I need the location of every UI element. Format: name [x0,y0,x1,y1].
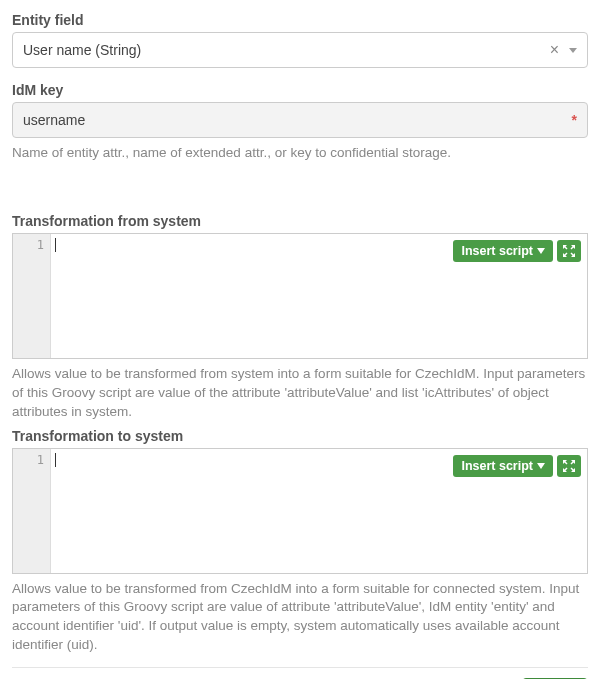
chevron-down-icon[interactable] [569,48,577,53]
expand-icon [563,460,575,472]
clear-icon[interactable]: × [544,41,565,59]
entity-field-label: Entity field [12,12,588,28]
entity-field-group: Entity field User name (String) × [12,12,588,68]
cursor-icon [55,453,56,467]
insert-script-label: Insert script [461,459,533,473]
cursor-icon [55,238,56,252]
expand-icon [563,245,575,257]
insert-script-button[interactable]: Insert script [453,455,553,477]
editor-controls: Insert script [453,240,581,262]
idm-key-helper: Name of entity attr., name of extended a… [12,144,588,163]
editor-gutter: 1 [13,234,51,358]
arrow-down-icon [537,463,545,469]
entity-field-select[interactable]: User name (String) × [12,32,588,68]
line-number: 1 [13,453,44,467]
editor-gutter: 1 [13,449,51,573]
insert-script-button[interactable]: Insert script [453,240,553,262]
divider [12,667,588,668]
transform-to-label: Transformation to system [12,428,588,444]
transform-from-label: Transformation from system [12,213,588,229]
transform-from-section: Transformation from system 1 Insert scri… [12,213,588,422]
insert-script-label: Insert script [461,244,533,258]
transform-to-editor[interactable]: 1 Insert script [12,448,588,574]
entity-field-value: User name (String) [23,42,544,58]
transform-to-section: Transformation to system 1 Insert script… [12,428,588,656]
transform-to-helper: Allows value to be transformed from Czec… [12,580,588,656]
idm-key-input[interactable]: username * [12,102,588,138]
expand-button[interactable] [557,455,581,477]
idm-key-value: username [23,112,566,128]
line-number: 1 [13,238,44,252]
editor-controls: Insert script [453,455,581,477]
required-icon: * [566,112,577,128]
idm-key-label: IdM key [12,82,588,98]
transform-from-helper: Allows value to be transformed from syst… [12,365,588,422]
expand-button[interactable] [557,240,581,262]
idm-key-group: IdM key username * Name of entity attr.,… [12,82,588,163]
transform-from-editor[interactable]: 1 Insert script [12,233,588,359]
arrow-down-icon [537,248,545,254]
